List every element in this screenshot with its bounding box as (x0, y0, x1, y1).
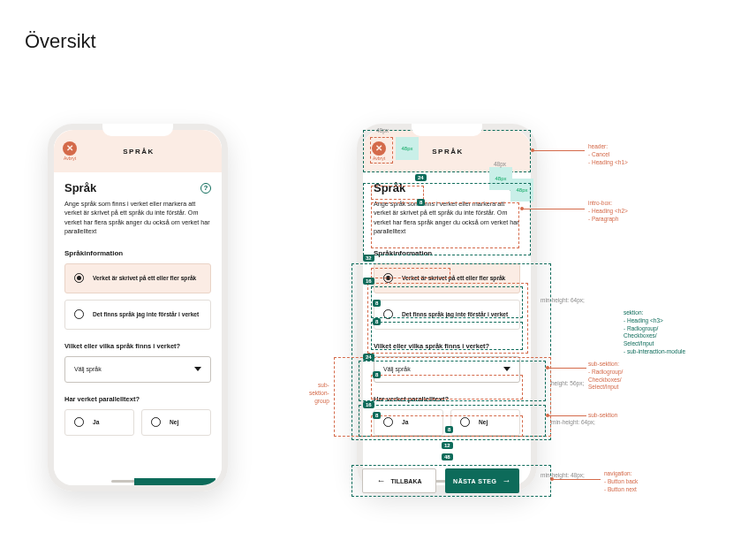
question-parallel-text: Har verket parallelltext? (374, 395, 520, 403)
radio-option-written[interactable]: Verket är skrivet på ett eller fler språ… (374, 263, 520, 293)
help-icon[interactable]: ? (510, 183, 520, 194)
language-select[interactable]: Välj språk (64, 356, 211, 383)
select-placeholder: Välj språk (74, 366, 102, 372)
question-which-language: Vilket eller vilka språk finns i verket? (64, 342, 211, 350)
cancel-label: Avbryt (373, 156, 385, 161)
phone-preview-right: ✕ Avbryt SPRÅK Språk ? Ange språk som fi… (357, 124, 537, 491)
next-label: NÄSTA STEG (453, 478, 496, 484)
note-minh64: min-height: 64px; (541, 297, 585, 305)
app-header: ✕ Avbryt SPRÅK (54, 130, 222, 172)
annotation-intro: intro-box: - Heading <h2> - Paragraph (588, 200, 628, 223)
next-button[interactable]: NÄSTA STEG → (445, 468, 519, 493)
intro-paragraph: Ange språk som finns i verket eller mark… (374, 200, 520, 237)
bottom-accent (134, 478, 215, 485)
radio-option-unknown[interactable]: Det finns språk jag inte förstår i verke… (374, 300, 520, 330)
arrow-left-icon: ← (377, 476, 386, 485)
radio-label: Nej (479, 419, 488, 425)
radio-icon (151, 417, 161, 427)
radio-option-yes[interactable]: Ja (374, 409, 443, 436)
radio-option-no[interactable]: Nej (450, 409, 520, 436)
subsection-heading: Språkinformation (374, 249, 520, 257)
annotation-sub1: sub-sektion: - Radiogroup/ Checkboxes/ S… (588, 361, 623, 392)
section-heading: Språk (374, 181, 405, 194)
chevron-down-icon (194, 367, 201, 371)
arrow-right-icon: → (502, 476, 511, 485)
question-parallel-text: Har verket parallelltext? (64, 395, 211, 403)
radio-icon (74, 417, 84, 427)
radio-label: Verket är skrivet på ett eller fler språ… (93, 275, 196, 281)
radio-icon (383, 273, 393, 283)
note-minh64: min-height: 64px; (551, 419, 595, 427)
label-48px: 48px (494, 161, 506, 169)
radio-label: Det finns språk jag inte förstår i verke… (402, 311, 508, 317)
annotation-sub-group: sub- sektion- group (309, 382, 329, 405)
radio-icon (383, 417, 393, 427)
cancel-label: Avbryt (64, 156, 76, 161)
intro-paragraph: Ange språk som finns i verket eller mark… (64, 200, 211, 237)
header-title: SPRÅK (374, 148, 522, 156)
note-h56: height: 56px; (551, 380, 584, 388)
radio-label: Det finns språk jag inte förstår i verke… (93, 311, 199, 317)
label-48px: 48px (376, 127, 389, 135)
back-button[interactable]: ← TILLBAKA (362, 468, 436, 493)
annotation-sub2: sub-sektion (588, 412, 617, 420)
section-heading: Språk (64, 181, 96, 194)
radio-label: Ja (402, 419, 408, 425)
header-title: SPRÅK (64, 148, 213, 156)
radio-icon (74, 309, 84, 319)
annotation-sektion: sektion: - Heading <h3> - Radiogroup/ Ch… (624, 309, 685, 356)
page-title: Översikt (25, 30, 96, 53)
language-select[interactable]: Välj språk (374, 356, 520, 383)
select-placeholder: Välj språk (383, 366, 411, 372)
radio-icon (460, 417, 470, 427)
question-which-language: Vilket eller vilka språk finns i verket? (374, 342, 520, 350)
back-label: TILLBAKA (391, 478, 422, 484)
radio-icon (383, 309, 393, 319)
subsection-heading: Språkinformation (64, 249, 211, 257)
radio-option-unknown[interactable]: Det finns språk jag inte förstår i verke… (64, 300, 211, 330)
phone-preview-left: ✕ Avbryt SPRÅK Språk ? Ange språk som fi… (48, 124, 228, 491)
radio-label: Verket är skrivet på ett eller fler språ… (402, 275, 505, 281)
radio-label: Nej (170, 419, 178, 425)
radio-option-no[interactable]: Nej (141, 409, 211, 436)
radio-label: Ja (93, 419, 99, 425)
annotation-header: header: - Cancel - Heading <h1> (588, 143, 628, 166)
radio-option-yes[interactable]: Ja (64, 409, 134, 436)
help-icon[interactable]: ? (200, 183, 211, 194)
annotation-nav: navigation: - Button back - Button next (604, 470, 638, 493)
navigation-row: ← TILLBAKA NÄSTA STEG → (362, 468, 519, 493)
chevron-down-icon (503, 367, 510, 371)
radio-option-written[interactable]: Verket är skrivet på ett eller fler språ… (64, 263, 211, 293)
radio-icon (74, 273, 84, 283)
